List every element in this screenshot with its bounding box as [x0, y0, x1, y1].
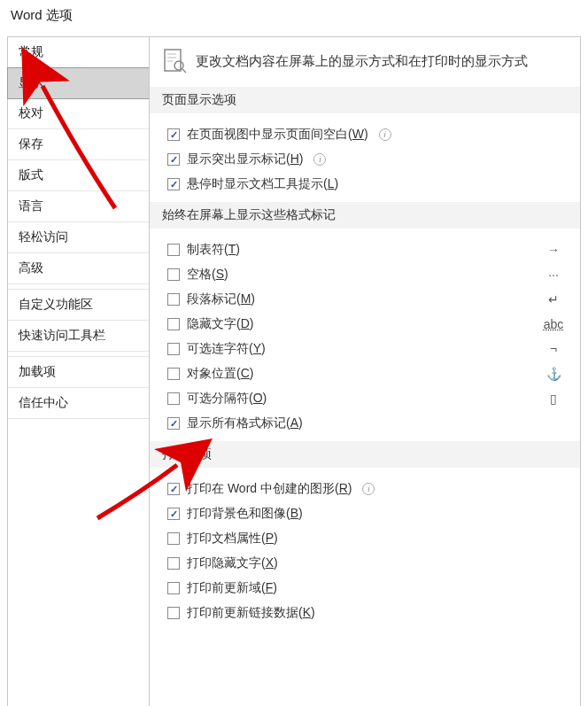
sidebar-item-trust[interactable]: 信任中心 [8, 388, 149, 419]
checkbox[interactable] [167, 293, 180, 306]
format-symbol: ⚓ [527, 367, 580, 381]
option-row: 打印隐藏文字(X) [162, 551, 580, 576]
option-label: 显示突出显示标记(H) [187, 151, 303, 167]
section-page-display-options: 在页面视图中显示页面间空白(W)显示突出显示标记(H)悬停时显示文档工具提示(L… [162, 122, 580, 197]
option-row: 显示突出显示标记(H) [162, 147, 580, 172]
option-label: 打印隐藏文字(X) [187, 555, 278, 571]
checkbox[interactable] [167, 607, 180, 619]
section-format-marks: 始终在屏幕上显示这些格式标记 [150, 202, 580, 229]
option-label: 隐藏文字(D) [187, 316, 320, 332]
option-label: 打印在 Word 中创建的图形(R) [187, 481, 352, 497]
sidebar: 常规 显示 校对 保存 版式 语言 轻松访问 高级 自定义功能区 快速访问工具栏… [7, 36, 149, 706]
option-row: 在页面视图中显示页面间空白(W) [162, 122, 580, 147]
svg-rect-0 [165, 50, 181, 71]
sidebar-item-advanced[interactable]: 高级 [8, 253, 149, 284]
checkbox[interactable] [167, 557, 180, 570]
option-row: 空格(S)··· [162, 262, 580, 287]
section-print: 打印选项 [150, 441, 580, 468]
checkbox[interactable] [167, 582, 180, 594]
option-label: 打印文档属性(P) [187, 531, 278, 547]
section-page-display: 页面显示选项 [150, 87, 580, 113]
option-row: 打印文档属性(P) [162, 526, 580, 551]
checkbox[interactable] [167, 128, 180, 141]
option-label: 可选连字符(Y) [187, 341, 320, 357]
option-row: 可选分隔符(O)▯ [162, 386, 580, 411]
format-symbol: ↵ [527, 292, 580, 306]
option-row: 可选连字符(Y)¬ [162, 337, 580, 361]
checkbox[interactable] [167, 268, 180, 281]
sidebar-item-display[interactable]: 显示 [7, 67, 150, 99]
option-label: 打印前更新域(F) [187, 580, 277, 596]
info-icon[interactable] [362, 483, 375, 495]
sidebar-item-save[interactable]: 保存 [8, 129, 149, 160]
checkbox[interactable] [167, 343, 180, 355]
option-row: 段落标记(M)↵ [162, 287, 580, 312]
format-symbol: ¬ [527, 342, 580, 356]
checkbox[interactable] [167, 483, 180, 495]
content-header-text: 更改文档内容在屏幕上的显示方式和在打印时的显示方式 [196, 53, 528, 70]
option-label: 段落标记(M) [187, 291, 320, 307]
option-row: 对象位置(C)⚓ [162, 361, 580, 386]
option-row: 打印背景色和图像(B) [162, 501, 580, 526]
option-row: 打印前更新域(F) [162, 576, 580, 601]
checkbox[interactable] [167, 392, 180, 405]
checkbox[interactable] [167, 417, 180, 430]
svg-line-2 [182, 69, 186, 73]
checkbox[interactable] [167, 153, 180, 166]
checkbox[interactable] [167, 368, 180, 380]
document-icon [162, 48, 187, 74]
format-symbol: → [527, 243, 580, 257]
sidebar-item-customize-ribbon[interactable]: 自定义功能区 [8, 290, 149, 321]
checkbox[interactable] [167, 508, 180, 520]
sidebar-item-qat[interactable]: 快速访问工具栏 [8, 321, 149, 352]
option-label: 可选分隔符(O) [187, 391, 320, 407]
format-symbol: abc [527, 317, 580, 331]
option-row: 打印在 Word 中创建的图形(R) [162, 477, 580, 501]
option-row: 隐藏文字(D)abc [162, 312, 580, 337]
sidebar-item-language[interactable]: 语言 [8, 191, 149, 222]
checkbox[interactable] [167, 318, 180, 330]
sidebar-item-ease[interactable]: 轻松访问 [8, 222, 149, 253]
option-row: 显示所有格式标记(A) [162, 411, 580, 436]
checkbox[interactable] [167, 178, 180, 190]
option-label: 显示所有格式标记(A) [187, 415, 320, 431]
checkbox[interactable] [167, 244, 180, 256]
option-label: 悬停时显示文档工具提示(L) [187, 176, 338, 192]
sidebar-item-layout[interactable]: 版式 [8, 160, 149, 191]
option-label: 对象位置(C) [187, 366, 320, 382]
info-icon[interactable] [379, 128, 391, 141]
sidebar-item-general[interactable]: 常规 [8, 37, 149, 68]
option-label: 在页面视图中显示页面间空白(W) [187, 127, 368, 143]
format-symbol: ··· [527, 268, 580, 282]
option-row: 制表符(T)→ [162, 237, 580, 262]
svg-point-1 [174, 61, 183, 70]
option-label: 制表符(T) [187, 242, 320, 258]
section-print-options: 打印在 Word 中创建的图形(R)打印背景色和图像(B)打印文档属性(P)打印… [162, 477, 580, 625]
main-container: 常规 显示 校对 保存 版式 语言 轻松访问 高级 自定义功能区 快速访问工具栏… [0, 36, 588, 706]
window-title: Word 选项 [0, 0, 588, 36]
option-row: 悬停时显示文档工具提示(L) [162, 172, 580, 197]
option-label: 打印前更新链接数据(K) [187, 605, 315, 621]
sidebar-item-addins[interactable]: 加载项 [8, 357, 149, 388]
content-header: 更改文档内容在屏幕上的显示方式和在打印时的显示方式 [162, 48, 580, 74]
option-label: 打印背景色和图像(B) [187, 506, 303, 522]
sidebar-item-proofing[interactable]: 校对 [8, 98, 149, 129]
format-symbol: ▯ [527, 392, 580, 406]
section-format-marks-options: 制表符(T)→空格(S)···段落标记(M)↵隐藏文字(D)abc可选连字符(Y… [162, 237, 580, 436]
option-row: 打印前更新链接数据(K) [162, 601, 580, 625]
option-label: 空格(S) [187, 267, 320, 283]
checkbox[interactable] [167, 532, 180, 545]
info-icon[interactable] [313, 153, 326, 166]
content-panel: 更改文档内容在屏幕上的显示方式和在打印时的显示方式 页面显示选项 在页面视图中显… [149, 36, 581, 706]
